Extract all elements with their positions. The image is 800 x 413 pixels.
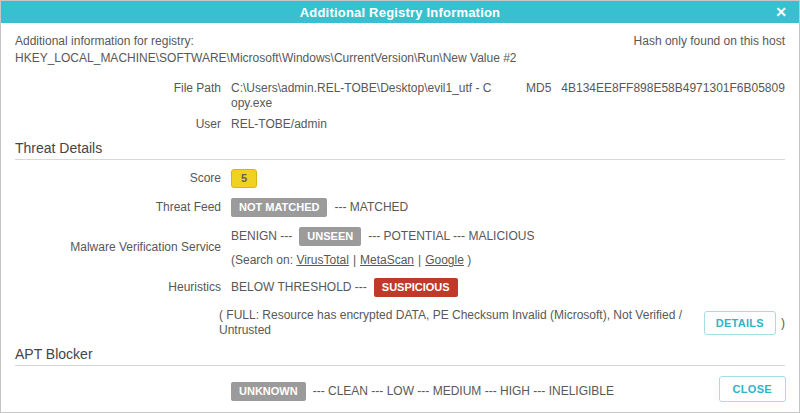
md5-label: MD5	[526, 81, 551, 96]
dialog-title: Additional Registry Information	[300, 5, 500, 20]
search-on-suffix: )	[467, 253, 471, 267]
search-on-prefix: (Search on:	[231, 253, 293, 267]
threat-details-section-title: Threat Details	[15, 140, 785, 156]
malware-verification-scale: BENIGN ---UNSEEN--- POTENTIAL --- MALICI…	[231, 227, 534, 246]
apt-blocker-row: UNKNOWN--- CLEAN --- LOW --- MEDIUM --- …	[15, 382, 785, 401]
heuristics-badge: SUSPICIOUS	[374, 278, 458, 297]
full-note-text: ( FULL: Resource has encrypted DATA, PE …	[219, 308, 699, 338]
user-row: User REL-TOBE/admin	[15, 117, 785, 132]
heuristics-scale-before: BELOW THRESHOLD ---	[231, 280, 367, 294]
link-separator: |	[418, 253, 421, 267]
threat-details-divider	[15, 159, 785, 160]
apt-blocker-divider	[15, 365, 785, 366]
malware-verification-row: Malware Verification Service BENIGN ---U…	[15, 227, 785, 268]
registry-path: HKEY_LOCAL_MACHINE\SOFTWARE\Microsoft\Wi…	[15, 50, 517, 67]
metascan-link[interactable]: MetaScan	[360, 253, 414, 267]
close-icon[interactable]: ✕	[775, 2, 787, 22]
malware-verification-label: Malware Verification Service	[15, 240, 221, 255]
link-separator: |	[353, 253, 356, 267]
mvs-scale-after: --- POTENTIAL --- MALICIOUS	[368, 229, 534, 243]
threat-feed-label: Threat Feed	[15, 200, 221, 215]
dialog-content: Additional information for registry: HKE…	[1, 23, 799, 401]
score-badge: 5	[231, 169, 257, 188]
file-path-value: C:\Users\admin.REL-TOBE\Desktop\evil1_ut…	[231, 81, 492, 111]
full-note-suffix: )	[781, 316, 785, 331]
md5-group: MD5 4B134EE8FF898E58B4971301F6B05809	[526, 81, 785, 96]
details-button[interactable]: DETAILS	[704, 311, 776, 335]
file-path-label: File Path	[15, 81, 221, 96]
threat-feed-scale: --- MATCHED	[334, 200, 408, 214]
heuristics-full-note: ( FULL: Resource has encrypted DATA, PE …	[219, 308, 785, 338]
google-link[interactable]: Google	[425, 253, 464, 267]
virustotal-link[interactable]: VirusTotal	[296, 253, 348, 267]
threat-feed-row: Threat Feed NOT MATCHED--- MATCHED	[15, 198, 785, 217]
registry-info-header: Additional information for registry: HKE…	[15, 33, 785, 67]
score-label: Score	[15, 171, 221, 186]
heuristics-label: Heuristics	[15, 280, 221, 295]
registry-info-label: Additional information for registry:	[15, 33, 517, 50]
mvs-badge: UNSEEN	[299, 227, 361, 246]
file-path-line2: opy.exe	[231, 96, 492, 111]
apt-blocker-section-title: APT Blocker	[15, 346, 785, 362]
score-row: Score 5	[15, 169, 785, 188]
user-value: REL-TOBE/admin	[231, 117, 327, 132]
close-button[interactable]: CLOSE	[719, 376, 786, 402]
heuristics-row: Heuristics BELOW THRESHOLD ---SUSPICIOUS	[15, 278, 785, 297]
md5-value: 4B134EE8FF898E58B4971301F6B05809	[561, 81, 785, 96]
apt-blocker-badge: UNKNOWN	[231, 382, 306, 401]
apt-blocker-scale: --- CLEAN --- LOW --- MEDIUM --- HIGH --…	[313, 384, 614, 398]
file-path-row: File Path C:\Users\admin.REL-TOBE\Deskto…	[15, 81, 785, 111]
threat-feed-badge: NOT MATCHED	[231, 198, 327, 217]
hash-note: Hash only found on this host	[634, 33, 785, 50]
file-path-line1: C:\Users\admin.REL-TOBE\Desktop\evil1_ut…	[231, 81, 492, 96]
additional-registry-info-dialog: Additional Registry Information ✕ Additi…	[0, 0, 800, 413]
search-on-line: (Search on: VirusTotal|MetaScan|Google )	[231, 253, 534, 268]
dialog-titlebar: Additional Registry Information ✕	[1, 1, 799, 23]
user-label: User	[15, 117, 221, 132]
mvs-scale-before: BENIGN ---	[231, 229, 292, 243]
